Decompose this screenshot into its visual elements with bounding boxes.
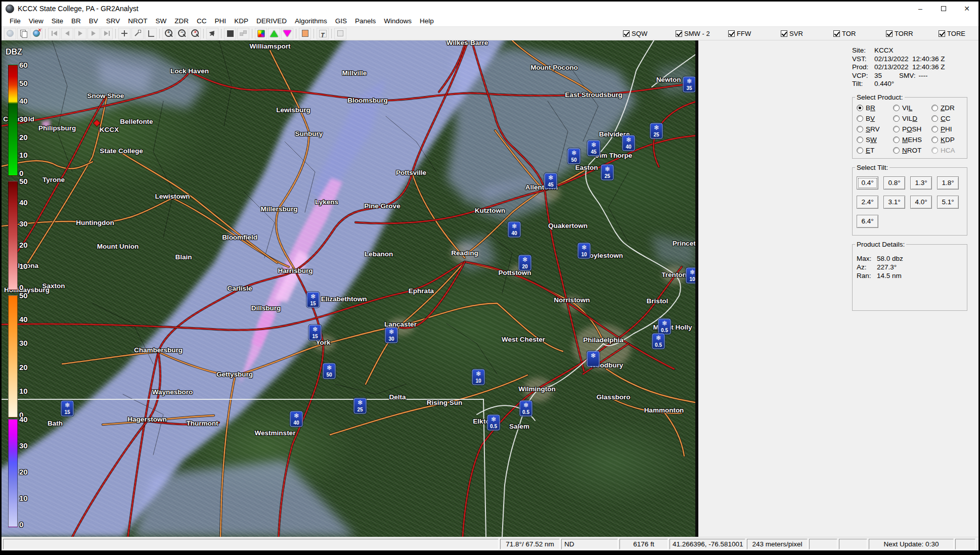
snow-report-icon[interactable]: ❄40 [622,135,635,151]
product-option-mehs[interactable]: MEHS [893,136,931,144]
nav-play-button[interactable] [74,28,86,39]
snow-report-icon[interactable]: ❄15 [61,401,74,417]
snow-report-icon[interactable]: ❄20 [519,255,531,271]
snow-report-icon[interactable]: ❄40 [290,411,303,427]
menu-gis[interactable]: GIS [331,17,351,25]
menu-panels[interactable]: Panels [351,17,380,25]
product-option-vil[interactable]: VIL [893,104,931,112]
color-table-button[interactable] [255,28,267,39]
menu-algorithms[interactable]: Algorithms [291,17,331,25]
menu-nrot[interactable]: NROT [124,17,151,25]
snow-report-icon[interactable]: ❄45 [545,173,557,189]
tilt-button-0.8[interactable]: 0.8° [883,176,905,190]
product-option-vild[interactable]: VILD [893,115,931,122]
radar-map[interactable]: WilliamsportWilkes-BarreMount PoconoLock… [2,40,695,537]
toggle-smw-2[interactable]: SMW - 2 [676,30,728,37]
menu-derived[interactable]: DERIVED [252,17,291,25]
sweep-button[interactable] [224,28,236,39]
nav-next-button[interactable] [87,28,100,39]
tilt-button-3.1[interactable]: 3.1° [883,196,905,209]
snow-report-icon[interactable]: ❄0.5 [658,319,671,335]
snow-report-icon[interactable]: ❄0.5 [487,415,500,431]
tilt-button-2.4[interactable]: 2.4° [857,196,878,209]
snow-report-icon[interactable]: ❄45 [588,141,600,156]
menu-srv[interactable]: SRV [102,17,124,25]
snow-report-icon[interactable]: ❄10 [578,243,591,259]
product-option-zdr[interactable]: ZDR [931,104,964,112]
tilt-button-6.4[interactable]: 6.4° [857,215,878,228]
tilt-button-4.0[interactable]: 4.0° [910,196,932,209]
pan-button[interactable] [118,28,130,39]
product-option-sw[interactable]: SW [857,136,893,144]
menu-help[interactable]: Help [416,17,438,25]
snow-report-icon[interactable]: ❄25 [650,123,663,139]
tilt-button-1.8[interactable]: 1.8° [937,176,959,190]
toggle-svr[interactable]: SVR [781,30,833,37]
product-option-cc[interactable]: CC [931,115,964,122]
snow-report-icon[interactable]: ❄50 [323,363,336,379]
menu-site[interactable]: Site [48,17,67,25]
menu-zdr[interactable]: ZDR [170,17,193,25]
toggle-tore[interactable]: TORE [939,30,965,37]
product-option-nrot[interactable]: NROT [893,147,931,154]
toggle-torr[interactable]: TORR [886,30,939,37]
maximize-button[interactable] [932,2,955,16]
toggle-ffw[interactable]: FFW [728,30,781,37]
product-option-et[interactable]: ET [857,147,893,154]
snow-report-icon[interactable]: ❄30 [385,328,398,343]
product-option-bv[interactable]: BV [857,115,893,122]
text-tool-button[interactable] [317,28,329,39]
nav-first-button[interactable] [48,28,60,39]
tilt-button-5.1[interactable]: 5.1° [937,196,959,209]
close-button[interactable]: ✕ [955,2,978,16]
snow-report-icon[interactable]: ❄15 [309,325,322,341]
highlight-button[interactable] [299,28,311,39]
product-option-posh[interactable]: POSH [893,125,931,133]
angle-button[interactable] [145,28,157,39]
menu-kdp[interactable]: KDP [230,17,252,25]
snow-report-icon[interactable]: ❄35 [683,77,696,92]
tilt-button-1.3[interactable]: 1.3° [910,176,932,190]
frame-box-button[interactable] [334,28,346,39]
nav-prev-button[interactable] [61,28,73,39]
menu-file[interactable]: File [6,17,25,25]
snow-report-icon[interactable]: ❄25 [354,398,367,414]
product-option-phi[interactable]: PHI [931,125,964,133]
menu-windows[interactable]: Windows [380,17,416,25]
copy-button[interactable] [17,28,29,39]
product-option-br[interactable]: BR [857,104,893,112]
nav-last-button[interactable] [101,28,113,39]
toggle-tor[interactable]: TOR [833,30,886,37]
menu-cc[interactable]: CC [193,17,211,25]
world-close-button[interactable] [30,28,42,39]
menu-sw[interactable]: SW [152,17,171,25]
snow-report-icon[interactable]: ❄40 [508,222,521,238]
product-option-hca[interactable]: HCA [931,147,964,154]
zoom-reset-button[interactable] [189,28,201,39]
grid-button[interactable] [237,28,249,39]
world-button[interactable] [4,28,16,39]
snow-report-icon[interactable]: ❄ [587,351,600,367]
menu-bv[interactable]: BV [85,17,102,25]
menu-br[interactable]: BR [67,17,85,25]
snow-report-icon[interactable]: ❄0.5 [520,401,532,417]
pointer-button[interactable] [206,28,218,39]
zoom-in-button[interactable] [162,28,174,39]
minimize-button[interactable]: – [909,2,932,16]
snow-report-icon[interactable]: ❄15 [307,292,320,308]
warn-up-button[interactable] [268,28,280,39]
snow-report-icon[interactable]: ❄10 [472,369,485,385]
menu-phi[interactable]: PHI [211,17,231,25]
tilt-button-0.4[interactable]: 0.4° [857,176,878,190]
product-option-srv[interactable]: SRV [857,125,893,133]
zoom-out-button[interactable] [175,28,188,39]
snow-report-icon[interactable]: ❄0.5 [652,334,665,349]
snow-report-icon[interactable]: ❄50 [568,149,581,164]
snow-report-icon[interactable]: ❄25 [601,165,614,180]
toggle-sqw[interactable]: SQW [623,30,676,37]
draw-button[interactable] [131,28,144,39]
warn-down-button[interactable] [281,28,293,39]
product-option-kdp[interactable]: KDP [931,136,964,144]
snow-report-icon[interactable]: ❄10 [686,268,696,284]
menu-view[interactable]: View [25,17,48,25]
